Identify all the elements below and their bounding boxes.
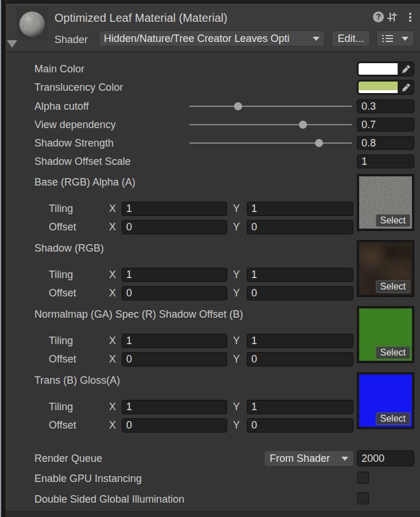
translucency-color-alpha-bar <box>359 90 398 93</box>
section-divider <box>6 511 420 517</box>
x-axis-label: X <box>109 418 118 433</box>
y-axis-label: Y <box>233 418 242 433</box>
main-color-swatch[interactable] <box>359 63 398 75</box>
main-color-field[interactable] <box>357 61 414 76</box>
material-preview[interactable] <box>16 7 48 40</box>
tiling-y-field[interactable]: 1 <box>247 400 353 414</box>
help-icon[interactable]: ? <box>373 11 384 22</box>
slider-knob[interactable] <box>299 121 307 129</box>
shadow-offset-scale-value[interactable]: 1 <box>357 155 414 168</box>
texture-section-base: Base (RGB) Alpha (A) Tiling X 1 Y 1 Offs… <box>0 174 420 240</box>
edit-shader-button[interactable]: Edit... <box>332 30 370 47</box>
shadow-offset-scale-label: Shadow Offset Scale <box>34 155 131 168</box>
shadow-strength-value[interactable]: 0.8 <box>357 136 414 150</box>
x-axis-label: X <box>109 268 118 282</box>
y-axis-label: Y <box>233 400 242 414</box>
edit-shader-label: Edit... <box>337 33 364 45</box>
inspector-title: Optimized Leaf Material (Material) <box>55 10 227 25</box>
texture-thumbnail-shadow[interactable]: Select <box>357 240 414 297</box>
gpu-instancing-checkbox[interactable] <box>357 472 369 484</box>
y-axis-label: Y <box>233 286 242 300</box>
x-axis-label: X <box>109 352 118 366</box>
tiling-y-field[interactable]: 1 <box>247 268 353 282</box>
offset-y-field[interactable]: 0 <box>247 220 353 234</box>
shadow-strength-label: Shadow Strength <box>34 136 114 150</box>
presets-icon[interactable] <box>387 11 398 22</box>
double-sided-gi-label: Double Sided Global Illumination <box>34 492 184 506</box>
select-texture-button[interactable]: Select <box>376 280 410 293</box>
translucency-color-swatch[interactable] <box>359 82 398 93</box>
tiling-label: Tiling <box>49 334 73 348</box>
chevron-down-icon <box>341 457 348 461</box>
main-color-label: Main Color <box>34 62 84 76</box>
slider-knob[interactable] <box>234 102 242 110</box>
tiling-x-field[interactable]: 1 <box>122 400 227 414</box>
x-axis-label: X <box>109 202 118 216</box>
double-sided-gi-checkbox[interactable] <box>357 492 369 504</box>
offset-x-field[interactable]: 0 <box>122 352 227 366</box>
shader-list-menu-button[interactable] <box>376 30 414 47</box>
render-queue-dropdown[interactable]: From Shader <box>264 450 354 466</box>
render-queue-mode: From Shader <box>270 453 330 465</box>
render-queue-value-field[interactable]: 2000 <box>357 450 414 466</box>
texture-label: Normalmap (GA) Spec (R) Shadow Offset (B… <box>34 307 243 321</box>
offset-label: Offset <box>49 352 76 366</box>
y-axis-label: Y <box>233 352 242 366</box>
translucency-color-label: Translucency Color <box>34 80 123 94</box>
material-inspector: Optimized Leaf Material (Material) ? Sha… <box>0 0 420 517</box>
tiling-y-field[interactable]: 1 <box>247 334 353 348</box>
tiling-y-field[interactable]: 1 <box>247 202 353 216</box>
offset-y-field[interactable]: 0 <box>247 418 353 433</box>
texture-thumbnail-normalmap[interactable]: Select <box>357 306 414 363</box>
foldout-arrow-icon[interactable] <box>7 40 17 48</box>
texture-label: Trans (B) Gloss(A) <box>34 373 120 387</box>
select-texture-button[interactable]: Select <box>376 412 410 425</box>
y-axis-label: Y <box>233 220 242 234</box>
shader-label: Shader <box>55 32 88 47</box>
inspector-header: Optimized Leaf Material (Material) ? Sha… <box>6 5 420 52</box>
tiling-label: Tiling <box>49 202 73 215</box>
more-menu-icon[interactable] <box>405 12 415 22</box>
alpha-cutoff-slider[interactable] <box>189 102 352 110</box>
chevron-down-icon <box>313 37 320 41</box>
render-queue-label: Render Queue <box>34 452 102 465</box>
shader-dropdown[interactable]: Hidden/Nature/Tree Creator Leaves Opti <box>99 30 325 47</box>
window-top-edge <box>0 0 420 5</box>
x-axis-label: X <box>109 286 118 300</box>
offset-label: Offset <box>49 418 76 432</box>
offset-label: Offset <box>49 286 76 300</box>
x-axis-label: X <box>109 334 118 348</box>
x-axis-label: X <box>109 400 118 414</box>
tiling-x-field[interactable]: 1 <box>122 334 227 348</box>
offset-x-field[interactable]: 0 <box>122 220 227 234</box>
list-icon <box>382 34 394 43</box>
texture-label: Shadow (RGB) <box>34 241 104 255</box>
y-axis-label: Y <box>233 268 242 282</box>
y-axis-label: Y <box>233 202 242 216</box>
slider-knob[interactable] <box>315 139 323 147</box>
eyedropper-icon <box>402 65 410 74</box>
select-texture-button[interactable]: Select <box>376 214 410 227</box>
offset-x-field[interactable]: 0 <box>122 286 227 300</box>
texture-thumbnail-base[interactable]: Select <box>357 174 414 231</box>
tiling-x-field[interactable]: 1 <box>122 202 227 216</box>
offset-y-field[interactable]: 0 <box>247 352 353 366</box>
tiling-x-field[interactable]: 1 <box>122 268 227 282</box>
chevron-down-icon <box>402 37 409 41</box>
translucency-eyedropper-button[interactable] <box>398 80 414 94</box>
select-texture-button[interactable]: Select <box>376 346 410 359</box>
main-color-eyedropper-button[interactable] <box>398 62 414 76</box>
shadow-strength-slider[interactable] <box>189 139 352 147</box>
translucency-color-field[interactable] <box>357 80 414 95</box>
eyedropper-icon <box>402 83 410 92</box>
offset-x-field[interactable]: 0 <box>122 418 227 433</box>
texture-thumbnail-trans[interactable]: Select <box>357 372 414 429</box>
offset-y-field[interactable]: 0 <box>247 286 353 300</box>
view-dependency-value[interactable]: 0.7 <box>357 118 414 132</box>
view-dependency-slider[interactable] <box>189 121 352 129</box>
offset-label: Offset <box>49 220 76 234</box>
gpu-instancing-label: Enable GPU Instancing <box>34 472 142 485</box>
alpha-cutoff-value[interactable]: 0.3 <box>357 99 414 113</box>
shader-dropdown-value: Hidden/Nature/Tree Creator Leaves Opti <box>104 33 290 45</box>
texture-label: Base (RGB) Alpha (A) <box>34 175 135 189</box>
